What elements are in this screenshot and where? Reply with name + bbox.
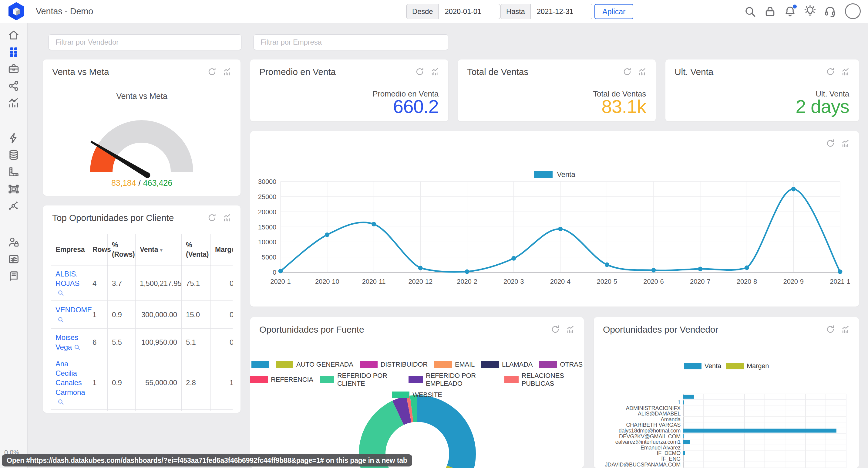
- legend-item-distribuidor[interactable]: DISTRIBUIDOR: [360, 360, 428, 369]
- chart-options-icon[interactable]: [841, 67, 850, 77]
- svg-text:10000: 10000: [258, 238, 276, 246]
- legend-label: LLAMADA: [502, 360, 533, 369]
- insights-icon[interactable]: [800, 0, 820, 23]
- refresh-icon[interactable]: [207, 67, 217, 77]
- column-header--venta-[interactable]: % (Venta): [182, 234, 211, 266]
- svg-text:0: 0: [273, 269, 276, 276]
- dashboard-app: { "topbar": { "title": "Ventas - Demo", …: [0, 0, 868, 468]
- sidebar-item-home-icon[interactable]: [0, 26, 27, 43]
- refresh-icon[interactable]: [826, 324, 835, 334]
- sidebar-item-data-icon[interactable]: [0, 147, 27, 164]
- chart-options-icon[interactable]: [566, 324, 575, 334]
- line-chart-legend[interactable]: Venta: [250, 170, 859, 179]
- column-header-venta[interactable]: Venta▾: [135, 234, 182, 266]
- legend-item-margen[interactable]: Margen: [726, 362, 769, 370]
- legend-item-auto-generada[interactable]: AUTO GENERADA: [276, 360, 353, 369]
- refresh-icon[interactable]: [415, 67, 425, 77]
- sidebar-item-projects-icon[interactable]: [0, 60, 27, 78]
- support-icon[interactable]: [820, 0, 840, 23]
- legend-swatch: [504, 376, 519, 383]
- refresh-icon[interactable]: [551, 324, 560, 334]
- top-oportunidades-card: Top Oportunidades por Cliente EmpresaRow…: [43, 205, 241, 413]
- legend-item-referido-por-cliente[interactable]: REFERIDO POR CLIENTE: [320, 372, 402, 387]
- sidebar-item-measures-icon[interactable]: [0, 164, 27, 181]
- legend-swatch: [408, 376, 423, 383]
- card-title: Oportunidades por Fuente: [259, 324, 364, 335]
- cell-margen: 0: [211, 329, 233, 356]
- sidebar-item-users-icon[interactable]: [0, 234, 27, 251]
- cell-margen: [211, 410, 233, 411]
- datakubes-logo-icon[interactable]: [7, 2, 26, 21]
- chart-options-icon[interactable]: [222, 67, 232, 77]
- lock-icon[interactable]: [760, 0, 780, 23]
- search-link-icon[interactable]: [57, 290, 64, 296]
- legend-item-referencia[interactable]: REFERENCIA: [250, 376, 313, 384]
- legend-item-venta[interactable]: Venta: [684, 362, 721, 370]
- legend-item-llamada[interactable]: LLAMADA: [481, 360, 533, 369]
- date-from-input[interactable]: [439, 4, 500, 19]
- cell-rows: [88, 410, 108, 411]
- chart-options-icon[interactable]: [222, 213, 232, 223]
- chart-options-icon[interactable]: [841, 138, 850, 148]
- svg-text:CHARIBETH VARGAS: CHARIBETH VARGAS: [626, 422, 681, 428]
- sidebar: 0.0%: [0, 23, 28, 468]
- sidebar-item-model-icon[interactable]: [0, 198, 27, 214]
- legend-item-referido-por-empleado[interactable]: REFERIDO POR EMPLEADO: [408, 372, 498, 387]
- legend-swatch: [684, 363, 702, 369]
- avatar[interactable]: [845, 3, 861, 19]
- table-header[interactable]: EmpresaRows% (Rows)Venta▾% (Venta)Margen: [51, 234, 233, 266]
- sidebar-item-analytics-icon[interactable]: [0, 94, 27, 111]
- filter-empresa-input[interactable]: [253, 34, 448, 50]
- sidebar-item-canvas-icon[interactable]: [0, 181, 27, 198]
- refresh-icon[interactable]: [622, 67, 632, 77]
- svg-text:2020-1: 2020-1: [270, 278, 290, 285]
- sidebar-item-actions-icon[interactable]: [0, 129, 27, 147]
- cell-rows: 6: [88, 329, 108, 356]
- cell-empresa: Moises Vega: [51, 329, 88, 356]
- column-header-rows[interactable]: Rows: [88, 234, 108, 266]
- card-title: Promedio en Venta: [259, 67, 336, 77]
- column-header--rows-[interactable]: % (Rows): [108, 234, 135, 266]
- column-header-empresa[interactable]: Empresa: [51, 234, 88, 266]
- sidebar-item-docs-icon[interactable]: [0, 268, 27, 285]
- legend-item-relaciones-publicas[interactable]: RELACIONES PUBLICAS: [504, 372, 584, 387]
- legend-swatch: [481, 361, 499, 368]
- legend-label: EMAIL: [455, 360, 475, 369]
- empresa-link[interactable]: ALBIS. ROJAS: [56, 270, 80, 287]
- cell-pct-rows: 0.9: [108, 301, 135, 329]
- filter-vendedor-input[interactable]: [49, 34, 241, 50]
- sidebar-item-preferences-icon[interactable]: [0, 251, 27, 268]
- vendedor-legend[interactable]: VentaMargen: [594, 362, 859, 370]
- empresa-link[interactable]: VENDOME: [56, 305, 92, 314]
- refresh-icon[interactable]: [826, 67, 835, 77]
- notifications-icon[interactable]: [780, 0, 800, 23]
- legend-swatch: [392, 391, 409, 398]
- search-link-icon[interactable]: [57, 316, 64, 323]
- refresh-icon[interactable]: [207, 213, 217, 223]
- table-row: Alberto: [51, 410, 233, 411]
- cell-rows: 1: [88, 301, 108, 329]
- svg-text:2020-9: 2020-9: [783, 278, 804, 285]
- chart-options-icon[interactable]: [430, 67, 440, 77]
- sidebar-item-dashboards-icon[interactable]: [0, 43, 27, 60]
- legend-item-email[interactable]: EMAIL: [434, 360, 475, 369]
- sidebar-item-share-icon[interactable]: [0, 78, 27, 94]
- search-link-icon[interactable]: [57, 399, 64, 405]
- legend-item[interactable]: [251, 361, 269, 368]
- gauge-value: 83,184: [111, 178, 136, 187]
- chart-options-icon[interactable]: [638, 67, 647, 77]
- legend-item-website[interactable]: WEBSITE: [392, 391, 442, 399]
- donut-legend[interactable]: AUTO GENERADADISTRIBUIDOREMAILLLAMADAOTR…: [250, 360, 584, 402]
- column-header-margen[interactable]: Margen: [211, 234, 233, 266]
- empresa-link[interactable]: Ana Cecilia Canales Carmona: [56, 360, 85, 397]
- search-link-icon[interactable]: [74, 344, 81, 351]
- date-to-input[interactable]: [531, 4, 592, 19]
- search-icon[interactable]: [740, 0, 760, 23]
- apply-button[interactable]: Aplicar: [594, 4, 633, 19]
- refresh-icon[interactable]: [826, 138, 835, 148]
- cell-pct-venta: 75.1: [182, 266, 211, 301]
- svg-text:ALIS@DAMABEL: ALIS@DAMABEL: [638, 411, 681, 417]
- cell-venta: 55,000.00: [135, 356, 182, 410]
- legend-item-otras[interactable]: OTRAS: [539, 360, 583, 369]
- chart-options-icon[interactable]: [841, 324, 850, 334]
